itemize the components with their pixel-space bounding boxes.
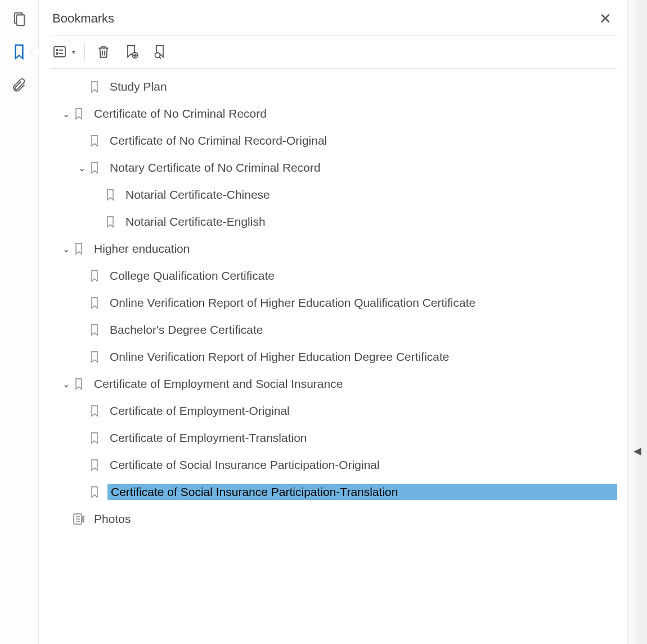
bookmark-label[interactable]: Certificate of Social Insurance Particip… [107,484,617,500]
bookmark-ribbon-icon [87,458,102,472]
attachments-tool[interactable] [10,75,28,93]
panel-toolbar: ▾ [50,35,617,69]
bookmarks-tree: Study Plan⌄ Certificate of No Criminal R… [50,69,617,533]
bookmark-item[interactable]: Certificate of Employment-Translation [50,424,617,451]
app-root: Bookmarks ✕ ▾ [0,0,647,644]
svg-point-15 [83,521,84,522]
bookmark-ribbon-icon [71,242,86,256]
bookmark-item[interactable]: ⌄ Notary Certificate of No Criminal Reco… [50,154,617,181]
add-bookmark-button[interactable] [122,42,141,61]
bookmark-ribbon-icon [87,269,102,283]
bookmark-item[interactable]: Notarial Certificate-English [50,208,617,235]
bookmark-label[interactable]: Study Plan [107,79,169,95]
bookmark-ribbon-icon [87,79,102,94]
expand-chevron-icon[interactable]: ⌄ [60,109,71,119]
bookmark-label[interactable]: Certificate of Employment-Original [107,403,292,419]
right-gutter: ◀ [627,0,647,644]
svg-rect-2 [54,47,65,57]
bookmark-ribbon-icon [87,133,102,148]
bookmark-label[interactable]: Certificate of Social Insurance Particip… [107,457,382,473]
toolbar-separator [84,43,85,61]
delete-bookmark-button[interactable] [94,42,113,61]
bookmark-label[interactable]: Online Verification Report of Higher Edu… [107,295,478,311]
svg-point-13 [83,516,84,518]
expand-chevron-icon[interactable]: ⌄ [60,379,71,390]
side-tool-strip [0,0,39,644]
panel-header: Bookmarks ✕ [50,8,617,35]
bookmark-ribbon-icon [87,160,102,175]
bookmark-ribbon-icon [71,106,86,121]
bookmark-item[interactable]: ⌄ Higher enducation [50,235,617,262]
bookmark-label[interactable]: College Qualification Certificate [107,268,277,284]
bookmark-label[interactable]: Notarial Certificate-English [123,214,268,230]
bookmark-item[interactable]: ⌄ Certificate of Employment and Social I… [50,370,617,397]
bookmark-label[interactable]: Photos [92,511,133,527]
bookmark-ribbon-icon [87,296,102,310]
bookmark-ribbon-icon [87,431,102,445]
bookmark-item[interactable]: Certificate of Social Insurance Particip… [50,478,617,506]
bookmark-item[interactable]: Notarial Certificate-Chinese [50,181,617,208]
bookmark-item[interactable]: Online Verification Report of Higher Edu… [50,343,617,370]
bookmark-label[interactable]: Notary Certificate of No Criminal Record [107,160,323,176]
bookmark-label[interactable]: Certificate of Employment-Translation [107,430,309,446]
panel-title: Bookmarks [52,11,114,26]
bookmark-item[interactable]: Photos [50,506,617,533]
bookmark-item[interactable]: College Qualification Certificate [50,262,617,289]
expand-chevron-icon[interactable]: ⌄ [60,244,71,254]
bookmarks-tool[interactable] [10,43,28,61]
scrollbar-track[interactable] [636,0,647,644]
svg-point-8 [155,53,160,58]
bookmark-item[interactable]: Certificate of No Criminal Record-Origin… [50,127,617,154]
bookmark-ribbon-icon [87,404,102,418]
panel-close-button[interactable]: ✕ [596,11,615,26]
bookmark-ribbon-icon [87,350,102,364]
bookmark-item[interactable]: Certificate of Social Insurance Particip… [50,451,617,478]
svg-point-3 [56,50,58,51]
bookmark-ribbon-icon [103,214,118,229]
svg-rect-1 [16,15,24,25]
bookmarks-panel: Bookmarks ✕ ▾ [39,0,627,644]
bookmark-ribbon-icon [87,323,102,337]
bookmark-ribbon-icon [71,377,86,391]
bookmark-label[interactable]: Certificate of No Criminal Record-Origin… [107,133,329,149]
bookmark-item[interactable]: Online Verification Report of Higher Edu… [50,289,617,316]
bookmark-label[interactable]: Bachelor's Degree Certificate [107,322,265,338]
collapse-panel-button[interactable]: ◀ [633,445,641,457]
bookmark-item[interactable]: Bachelor's Degree Certificate [50,316,617,343]
thumbnails-tool[interactable] [10,10,28,28]
structured-bookmark-icon [71,512,86,526]
bookmark-ribbon-icon [103,187,118,202]
svg-point-14 [83,518,84,520]
expand-chevron-icon[interactable]: ⌄ [76,163,87,173]
bookmark-options-button[interactable]: ▾ [53,42,75,61]
bookmark-label[interactable]: Notarial Certificate-Chinese [123,187,272,203]
bookmark-item[interactable]: Study Plan [50,73,617,100]
bookmark-label[interactable]: Online Verification Report of Higher Edu… [107,349,451,365]
bookmark-ribbon-icon [87,485,102,499]
bookmark-label[interactable]: Certificate of No Criminal Record [92,106,269,122]
svg-point-4 [56,53,58,55]
find-bookmark-button[interactable] [150,42,169,61]
bookmark-item[interactable]: Certificate of Employment-Original [50,397,617,424]
bookmark-label[interactable]: Certificate of Employment and Social Ins… [92,376,345,392]
bookmark-item[interactable]: ⌄ Certificate of No Criminal Record [50,100,617,127]
bookmark-label[interactable]: Higher enducation [92,241,192,257]
